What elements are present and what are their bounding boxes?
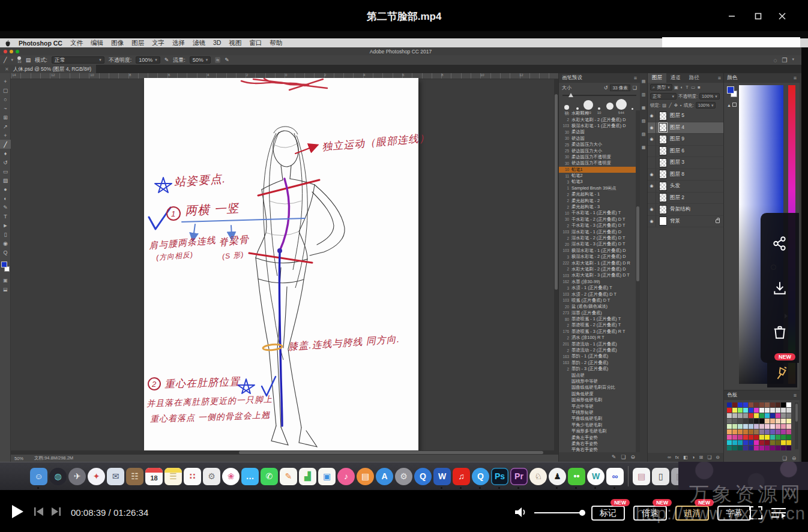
swatch[interactable] [727, 446, 732, 450]
swatch[interactable] [786, 424, 791, 429]
panel-menu-icon[interactable]: ≡ [794, 392, 797, 398]
swatch[interactable] [770, 408, 775, 413]
dock-itunes[interactable]: ♪ [337, 468, 355, 485]
swatch[interactable] [776, 419, 780, 423]
dock-wechat[interactable]: •• [568, 468, 585, 485]
delete-swatch-icon[interactable]: ⊖ [792, 455, 796, 461]
visibility-eye-icon[interactable] [648, 157, 656, 169]
airbrush-icon[interactable]: ≈ [215, 57, 220, 63]
swatch[interactable] [776, 408, 780, 413]
delete-layer-icon[interactable]: ⊖ [716, 455, 720, 460]
dock-pages[interactable]: ✎ [280, 468, 297, 485]
swatch[interactable] [754, 446, 759, 450]
lock-all-icon[interactable]: ▪ [680, 103, 682, 108]
swatch[interactable] [754, 419, 759, 423]
layer-group-icon[interactable]: ⊞ [699, 455, 703, 460]
filter-pixel-icon[interactable]: ▣ [674, 85, 678, 90]
brush-preset-row[interactable]: 2墨迹喷溅 - 2 (正片叠底) T [559, 322, 636, 328]
brush-preset-row[interactable]: 176墨迹喷溅 - 3 (正片叠底) R T [559, 329, 636, 335]
tool-brush[interactable]: ╱ [0, 140, 11, 149]
collapsed-panel-icon[interactable]: ▥ [642, 92, 646, 97]
倍速-button[interactable]: 倍速 [633, 506, 667, 521]
swatch[interactable] [754, 408, 759, 413]
swatch[interactable] [738, 429, 743, 434]
swatch[interactable] [732, 408, 737, 413]
hscroll-thumb[interactable] [239, 451, 543, 454]
tab-close-icon[interactable]: ✕ [5, 67, 9, 72]
visibility-eye-icon[interactable] [648, 193, 656, 204]
brush-preset-row[interactable]: 60水彩颗粒 [559, 110, 636, 116]
collapsed-panel-icon[interactable]: ▤ [642, 79, 646, 84]
swatch[interactable] [770, 440, 775, 445]
swatch[interactable] [727, 402, 732, 407]
swatch[interactable] [786, 446, 791, 450]
tool-hand[interactable]: ◉ [0, 239, 11, 248]
brush-preset-row[interactable]: 30柔边圆 [559, 129, 636, 135]
color-panel-tab[interactable]: 颜色 [727, 74, 737, 82]
dock-premiere[interactable]: Pr [510, 468, 528, 485]
dock-calendar[interactable]: 18 [145, 468, 163, 485]
dock-word[interactable]: W [433, 468, 451, 485]
swatch[interactable] [759, 446, 764, 450]
opacity-select[interactable]: 100%▾ [136, 56, 160, 64]
panel-menu-icon[interactable]: ≡ [718, 75, 721, 81]
swatch[interactable] [759, 408, 764, 413]
brush-preset-row[interactable]: 平点中等硬 [559, 403, 636, 409]
reset-icon[interactable]: ↺ [604, 85, 608, 91]
dock-siri[interactable]: ◍ [49, 468, 67, 485]
swatch[interactable] [781, 424, 786, 429]
swatch[interactable] [754, 413, 759, 418]
new-preset-icon[interactable]: ❏ [621, 454, 626, 460]
layer-row[interactable]: ◉图层 8 [648, 169, 723, 181]
swatch[interactable] [759, 413, 764, 418]
swatch[interactable] [759, 440, 764, 445]
tool-marquee[interactable]: ▢ [0, 86, 11, 95]
link-layers-icon[interactable]: ∞ [668, 455, 671, 460]
brush-preset-row[interactable]: 平桃形短硬 [559, 410, 636, 416]
layer-row[interactable]: ◉头发 [648, 181, 723, 193]
swatch[interactable] [765, 429, 770, 434]
tool-zoom[interactable]: Q [0, 248, 11, 257]
swatch[interactable] [765, 402, 770, 407]
swatch[interactable] [759, 429, 764, 434]
brush-preset-row[interactable]: 30干水彩笔 - 2 (正片叠底) D T [559, 217, 636, 223]
brush-preset-row[interactable]: 圆扇形低硬毛刷 [559, 397, 636, 403]
lock-position-icon[interactable]: ✥ [674, 103, 678, 108]
menu-窗口[interactable]: 窗口 [249, 39, 262, 47]
brush-preset-row[interactable]: 10铅笔1 [559, 167, 636, 173]
visibility-eye-icon[interactable]: ◉ [648, 216, 656, 227]
swatch[interactable] [770, 419, 775, 423]
layer-row[interactable]: ◉图层 5 [648, 110, 723, 122]
swatch[interactable] [727, 435, 732, 440]
new-layer-icon[interactable]: ❏ [707, 455, 711, 460]
layer-filter-select[interactable]: ⌕类型▾ [650, 84, 672, 91]
swatch[interactable] [765, 446, 770, 450]
swatch[interactable] [727, 408, 732, 413]
lock-pixels-icon[interactable]: ╱ [669, 103, 672, 108]
tool-healing[interactable]: + [0, 131, 11, 140]
swatch[interactable] [749, 435, 753, 440]
brush-preset-row[interactable]: 平角右手姿势 [559, 447, 636, 452]
swatch[interactable] [749, 408, 753, 413]
tool-eraser[interactable]: ▭ [0, 167, 11, 176]
mac-close-icon[interactable] [4, 50, 7, 53]
swatch[interactable] [770, 402, 775, 407]
brush-preset-row[interactable]: 2墨迹流动 - 2 (正片叠底) [559, 347, 636, 353]
visibility-eye-icon[interactable]: ◉ [648, 110, 656, 122]
volume-icon[interactable] [514, 506, 528, 518]
flow-select[interactable]: 50%▾ [190, 56, 211, 64]
menu-图像[interactable]: 图像 [111, 39, 124, 47]
foreground-color-chip[interactable] [727, 86, 734, 94]
swatch[interactable] [749, 446, 753, 450]
tool-clone-stamp[interactable]: ♦ [0, 149, 11, 158]
swatch[interactable] [759, 402, 764, 407]
swatch[interactable] [749, 413, 753, 418]
swatch[interactable] [776, 440, 780, 445]
size-slider[interactable] [562, 93, 636, 98]
visibility-eye-icon[interactable]: ◉ [648, 181, 656, 192]
delete-preset-icon[interactable]: ⊖ [630, 454, 635, 460]
brush-scroll-thumb[interactable] [636, 206, 639, 281]
canvas-page[interactable]: 1 2 独立运动（眼部连线）站姿要点.两横 一竖肩与腰两条连线(方向相反)脊梁骨… [144, 78, 418, 458]
dock-mail[interactable]: ✉ [107, 468, 124, 485]
menu-文字[interactable]: 文字 [152, 39, 164, 47]
